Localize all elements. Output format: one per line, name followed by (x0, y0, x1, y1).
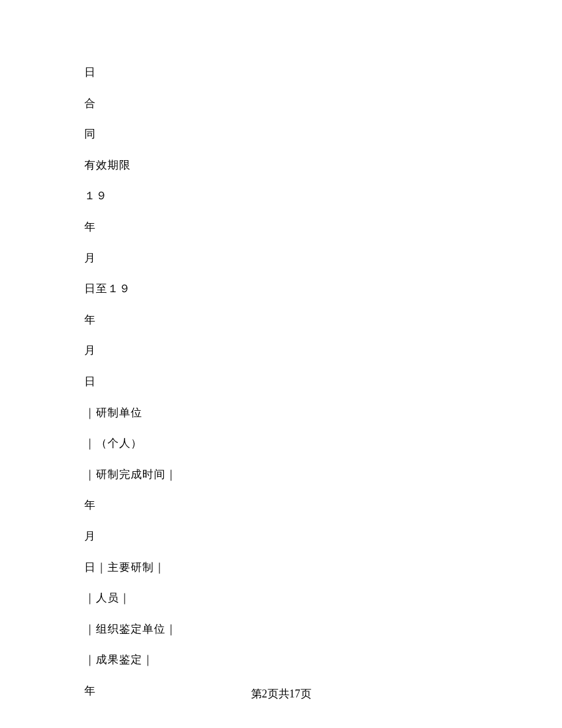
text-line: 合 (84, 97, 489, 111)
text-line: ｜成果鉴定｜ (84, 653, 489, 667)
text-line: ｜人员｜ (84, 592, 489, 605)
text-line: 日至１９ (84, 282, 489, 296)
text-line: 同 (84, 128, 489, 141)
text-line: ｜组织鉴定单位｜ (84, 623, 489, 636)
document-body: 日 合 同 有效期限 １９ 年 月 日至１９ 年 月 日 ｜研制单位 ｜（个人）… (0, 0, 562, 697)
text-line: 月 (84, 530, 489, 543)
text-line: ｜研制完成时间｜ (84, 468, 489, 482)
text-line: 日｜主要研制｜ (84, 561, 489, 575)
text-line: 有效期限 (84, 159, 489, 172)
text-line: 日 (84, 375, 489, 389)
page-number-footer: 第2页共17页 (0, 686, 562, 701)
text-line: 年 (84, 314, 489, 327)
text-line: 月 (84, 252, 489, 265)
text-line: １９ (84, 189, 489, 203)
text-line: 月 (84, 344, 489, 358)
text-line: 日 (84, 66, 489, 79)
text-line: 年 (84, 221, 489, 234)
text-line: 年 (84, 499, 489, 512)
text-line: ｜（个人） (84, 437, 489, 450)
text-line: ｜研制单位 (84, 406, 489, 420)
